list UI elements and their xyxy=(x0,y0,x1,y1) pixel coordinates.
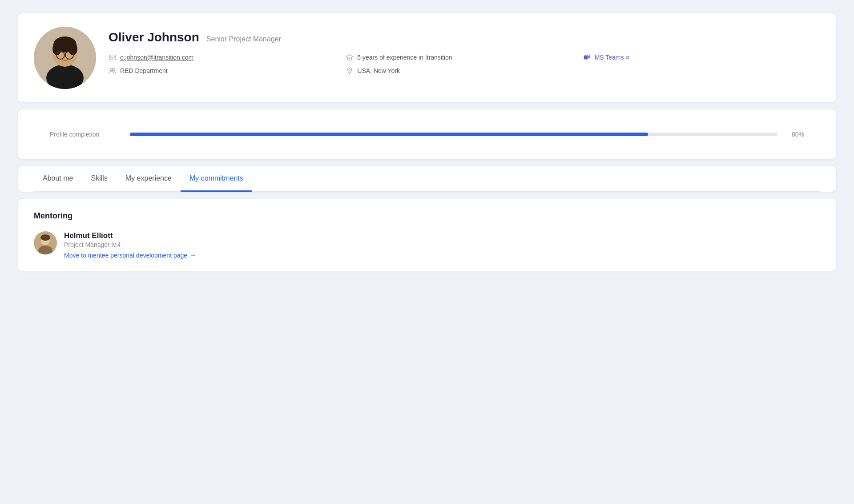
avatar xyxy=(34,27,96,89)
progress-card: Profile completion 80% xyxy=(18,109,836,159)
mentee-info: Helmut Elliott Project Manager lv.4 Move… xyxy=(64,231,820,259)
mentee-avatar xyxy=(34,231,57,254)
arrow-right-icon: → xyxy=(190,252,196,259)
email-link[interactable]: o.johnson@itransition.com xyxy=(120,54,193,61)
msteams-label: MS Teams xyxy=(595,54,624,61)
tabs-card: About me Skills My experience My commitm… xyxy=(18,166,836,192)
tab-about-me[interactable]: About me xyxy=(34,166,82,192)
svg-point-13 xyxy=(110,69,113,71)
svg-point-12 xyxy=(588,55,589,56)
email-icon xyxy=(109,53,117,61)
tabs-nav: About me Skills My experience My commitm… xyxy=(34,166,820,192)
tab-skills[interactable]: Skills xyxy=(82,166,116,192)
msteams-icon xyxy=(583,53,591,61)
profile-name: Oliver Johnson xyxy=(109,30,199,44)
location-text: USA, New York xyxy=(357,67,400,74)
profile-name-row: Oliver Johnson Senior Project Manager xyxy=(109,30,820,44)
profile-header: Oliver Johnson Senior Project Manager o.… xyxy=(34,27,820,89)
people-icon xyxy=(109,67,117,75)
progress-bar-fill xyxy=(130,133,648,136)
progress-bar-container xyxy=(130,133,777,136)
location-icon xyxy=(346,67,354,75)
location-detail: USA, New York xyxy=(346,67,583,75)
department-detail: RED Department xyxy=(109,67,346,75)
profile-title: Senior Project Manager xyxy=(206,35,281,43)
tab-experience[interactable]: My experience xyxy=(117,166,181,192)
profile-info: Oliver Johnson Senior Project Manager o.… xyxy=(109,27,820,75)
msteams-link[interactable]: MS Teams ⧉ xyxy=(595,54,629,61)
experience-detail: 5 years of experience in Itransition xyxy=(346,53,583,61)
graduation-icon xyxy=(346,53,354,61)
mentee-link-label: Move to mentee personal development page xyxy=(64,252,187,259)
msteams-detail: MS Teams ⧉ xyxy=(583,53,820,61)
svg-point-15 xyxy=(349,69,351,71)
svg-point-14 xyxy=(113,69,115,71)
mentoring-title: Mentoring xyxy=(34,211,820,221)
progress-percentage: 80% xyxy=(786,131,804,138)
external-link-icon: ⧉ xyxy=(626,55,629,60)
profile-card: Oliver Johnson Senior Project Manager o.… xyxy=(18,13,836,102)
progress-label: Profile completion xyxy=(50,131,121,138)
progress-section: Profile completion 80% xyxy=(34,123,820,146)
email-detail: o.johnson@itransition.com xyxy=(109,53,346,61)
mentoring-card: Mentoring Helmut Elliott Project Manager… xyxy=(18,199,836,271)
experience-text: 5 years of experience in Itransition xyxy=(357,54,452,61)
department-text: RED Department xyxy=(120,67,168,74)
profile-details: o.johnson@itransition.com 5 years of exp… xyxy=(109,53,820,75)
svg-rect-9 xyxy=(109,55,116,60)
tab-commitments[interactable]: My commitments xyxy=(181,166,252,192)
svg-point-19 xyxy=(40,234,50,241)
mentee-row: Helmut Elliott Project Manager lv.4 Move… xyxy=(34,231,820,259)
mentee-name: Helmut Elliott xyxy=(64,231,820,240)
mentee-dev-page-link[interactable]: Move to mentee personal development page… xyxy=(64,252,820,259)
mentee-role: Project Manager lv.4 xyxy=(64,241,820,248)
